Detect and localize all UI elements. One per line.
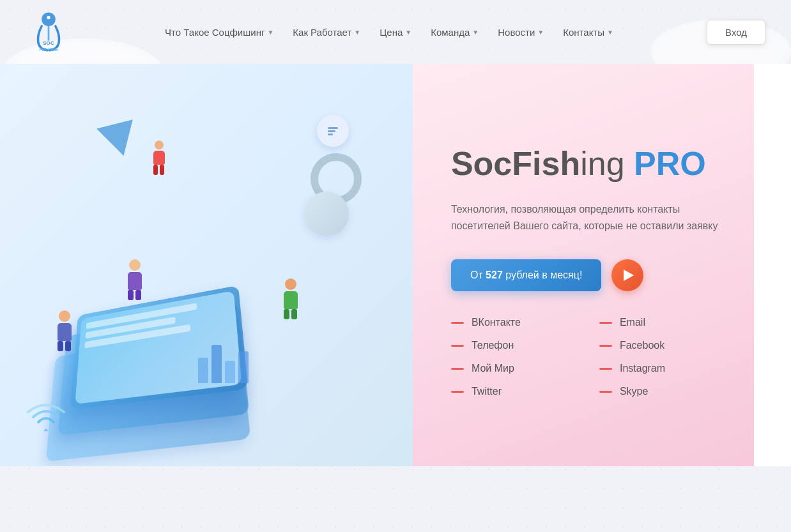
nav-item-how[interactable]: Как Работает ▼ (293, 27, 360, 38)
hero-illustration (0, 64, 413, 466)
feature-label-instagram: Instagram (620, 363, 665, 374)
nav-link-price[interactable]: Цена ▼ (380, 27, 411, 38)
feature-phone: Телефон (451, 340, 574, 351)
hero-content: SocFishing PRO Технология, позволяющая о… (451, 146, 722, 397)
dash-icon-instagram (599, 368, 612, 370)
feature-mir: Мой Мир (451, 363, 574, 374)
nav-links: Что Такое Соцфишинг ▼ Как Работает ▼ Цен… (165, 27, 613, 38)
features-right: Email Facebook Instagram (599, 317, 722, 397)
svg-text:FISHING: FISHING (39, 47, 58, 52)
chevron-icon-price: ▼ (405, 29, 411, 36)
cta-price: 527 (486, 270, 503, 280)
person-figure-2 (128, 259, 142, 300)
cta-suffix: рублей в месяц! (503, 270, 583, 280)
feature-facebook: Facebook (599, 340, 722, 351)
chevron-icon-what: ▼ (267, 29, 273, 36)
hero-title: SocFishing PRO (451, 146, 722, 182)
navbar: SOC FISHING Что Такое Соцфишинг ▼ Как Ра… (0, 0, 791, 64)
hero-content-area: SocFishing PRO Технология, позволяющая о… (413, 64, 754, 466)
nav-label-team: Команда (431, 27, 470, 38)
hero-subtitle: Технология, позволяющая определить конта… (451, 201, 722, 234)
feature-label-mir: Мой Мир (472, 363, 514, 374)
person-figure-3 (284, 278, 298, 319)
dash-icon-facebook (599, 345, 612, 347)
chevron-icon-news: ▼ (537, 29, 544, 36)
feature-label-twitter: Twitter (472, 386, 502, 397)
disc-decoration (304, 192, 349, 236)
nav-item-team[interactable]: Команда ▼ (431, 27, 479, 38)
nav-label-price: Цена (380, 27, 403, 38)
nav-item-what[interactable]: Что Такое Соцфишинг ▼ (165, 27, 273, 38)
hero-title-dark: SocFishing (451, 145, 634, 182)
right-white-strip (754, 64, 791, 466)
feature-vk: ВКонтакте (451, 317, 574, 328)
dash-icon-mir (451, 368, 464, 370)
svg-rect-7 (328, 130, 335, 132)
feature-label-email: Email (620, 317, 645, 328)
nav-link-team[interactable]: Команда ▼ (431, 27, 479, 38)
svg-rect-8 (328, 133, 333, 135)
bar-chart-decoration (198, 345, 249, 383)
hero-section: SocFishing PRO Технология, позволяющая о… (0, 64, 791, 466)
dash-icon-skype (599, 391, 612, 393)
wifi-icon (26, 403, 66, 441)
logo[interactable]: SOC FISHING (26, 9, 72, 55)
logo-icon: SOC FISHING (26, 9, 72, 55)
dash-icon-vk (451, 322, 464, 324)
page-wrapper: SOC FISHING Что Такое Соцфишинг ▼ Как Ра… (0, 0, 791, 532)
nav-item-news[interactable]: Новости ▼ (498, 27, 544, 38)
nav-link-news[interactable]: Новости ▼ (498, 27, 544, 38)
login-button[interactable]: Вход (707, 20, 765, 45)
nav-link-contacts[interactable]: Контакты ▼ (563, 27, 613, 38)
svg-text:SOC: SOC (43, 40, 54, 46)
feature-twitter: Twitter (451, 386, 574, 397)
feature-label-vk: ВКонтакте (472, 317, 521, 328)
chat-bubble-icon (317, 115, 349, 147)
feature-label-phone: Телефон (472, 340, 514, 351)
cta-prefix: От (470, 270, 486, 280)
nav-label-news: Новости (498, 27, 535, 38)
play-button[interactable] (611, 259, 643, 291)
feature-label-skype: Skype (620, 386, 648, 397)
play-triangle-icon (624, 270, 634, 281)
svg-rect-6 (328, 127, 338, 129)
chevron-icon-how: ▼ (354, 29, 360, 36)
nav-label-what: Что Такое Соцфишинг (165, 27, 265, 38)
feature-skype: Skype (599, 386, 722, 397)
features-left: ВКонтакте Телефон Мой Мир (451, 317, 574, 397)
chevron-icon-team: ▼ (472, 29, 479, 36)
chevron-icon-contacts: ▼ (607, 29, 613, 36)
feature-label-facebook: Facebook (620, 340, 664, 351)
person-figure-1 (58, 310, 72, 351)
nav-link-how[interactable]: Как Работает ▼ (293, 27, 360, 38)
nav-item-contacts[interactable]: Контакты ▼ (563, 27, 613, 38)
feature-instagram: Instagram (599, 363, 722, 374)
nav-label-contacts: Контакты (563, 27, 604, 38)
cta-row: От 527 рублей в месяц! (451, 259, 722, 291)
dash-icon-phone (451, 345, 464, 347)
nav-label-how: Как Работает (293, 27, 351, 38)
hero-title-blue: PRO (634, 145, 706, 182)
feature-email: Email (599, 317, 722, 328)
arrow-3d-icon (96, 106, 146, 156)
nav-link-what[interactable]: Что Такое Соцфишинг ▼ (165, 27, 273, 38)
svg-point-2 (47, 16, 50, 19)
cta-price-button[interactable]: От 527 рублей в месяц! (451, 259, 601, 291)
dash-icon-email (599, 322, 612, 324)
dash-icon-twitter (451, 391, 464, 393)
person-figure-4 (153, 141, 165, 175)
features-grid: ВКонтакте Телефон Мой Мир (451, 317, 722, 397)
nav-item-price[interactable]: Цена ▼ (380, 27, 411, 38)
